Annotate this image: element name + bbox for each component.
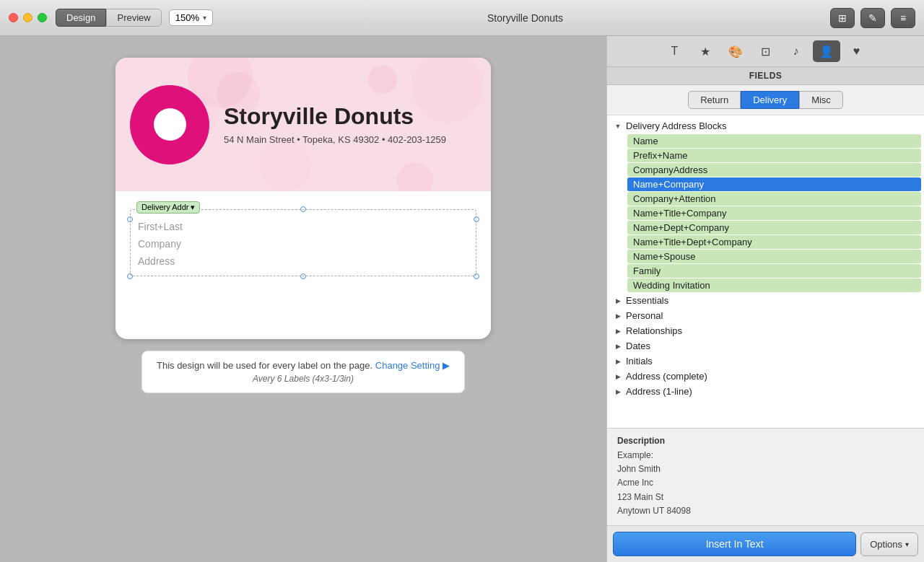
list-item[interactable]: Name+Spouse — [627, 250, 921, 263]
list-item[interactable]: CompanyAddress — [627, 163, 921, 177]
delivery-tab[interactable]: Delivery — [741, 91, 799, 109]
star-tool-button[interactable]: ★ — [692, 40, 719, 62]
canvas-info: This design will be used for every label… — [141, 351, 465, 393]
return-tab[interactable]: Return — [688, 91, 741, 109]
layers-icon-button[interactable]: ≡ — [891, 8, 915, 28]
right-panel: T ★ 🎨 ⊡ ♪ 👤 ♥ FIELDS Return — [606, 36, 924, 562]
label-header: Storyville Donuts 54 N Main Street • Top… — [116, 58, 491, 191]
person-tool-button[interactable]: 👤 — [813, 40, 840, 62]
text-tool-icon: T — [671, 45, 679, 58]
section-label: Address (complete) — [626, 371, 707, 382]
music-tool-button[interactable]: ♪ — [783, 40, 810, 62]
view-mode-buttons: Design Preview — [56, 9, 162, 27]
personal-section: ▶ Personal — [607, 308, 924, 323]
music-tool-icon: ♪ — [793, 45, 799, 58]
section-expand-arrow: ▶ — [613, 387, 623, 397]
layers-icon: ≡ — [900, 12, 906, 24]
list-item[interactable]: Wedding Invitation — [627, 278, 921, 292]
delivery-address-blocks-section: ▼ Delivery Address Blocks Name Prefix+Na… — [607, 118, 924, 292]
label-size-text: Avery 6 Labels (4x3-1/3in) — [157, 374, 450, 384]
zoom-chevron-icon: ▾ — [203, 14, 206, 22]
delivery-address-blocks-header[interactable]: ▼ Delivery Address Blocks — [607, 118, 924, 133]
relationships-section-header[interactable]: ▶ Relationships — [607, 323, 924, 338]
section-expand-arrow: ▼ — [613, 121, 623, 131]
fields-header: FIELDS — [607, 67, 924, 85]
address-complete-section-header[interactable]: ▶ Address (complete) — [607, 369, 924, 384]
list-item[interactable]: Name+Dept+Company — [627, 221, 921, 234]
label-card: Storyville Donuts 54 N Main Street • Top… — [116, 58, 491, 339]
address-1line-section: ▶ Address (1-line) — [607, 384, 924, 399]
insert-in-text-button[interactable]: Insert In Text — [613, 532, 856, 556]
canvas-area: Storyville Donuts 54 N Main Street • Top… — [0, 36, 606, 562]
section-label: Address (1-line) — [626, 386, 692, 397]
address-complete-section: ▶ Address (complete) — [607, 369, 924, 384]
dates-section-header[interactable]: ▶ Dates — [607, 338, 924, 354]
right-toolbar: T ★ 🎨 ⊡ ♪ 👤 ♥ — [607, 36, 924, 67]
essentials-section-header[interactable]: ▶ Essentials — [607, 293, 924, 308]
section-label: Delivery Address Blocks — [626, 120, 726, 131]
action-bar: Insert In Text Options ▾ — [607, 525, 924, 562]
section-expand-arrow: ▶ — [613, 341, 623, 351]
canvas-info-box: This design will be used for every label… — [141, 351, 465, 393]
description-text: Example: John Smith Acme Inc 123 Main St… — [617, 449, 914, 518]
initials-section-header[interactable]: ▶ Initials — [607, 354, 924, 369]
initials-section: ▶ Initials — [607, 354, 924, 369]
section-label: Initials — [626, 356, 653, 366]
dates-section: ▶ Dates — [607, 338, 924, 354]
relationships-section: ▶ Relationships — [607, 323, 924, 338]
palette-tool-icon: 🎨 — [728, 45, 743, 58]
maximize-button[interactable] — [38, 13, 47, 22]
traffic-lights — [9, 13, 47, 22]
section-label: Dates — [626, 341, 650, 351]
description-label: Description — [617, 436, 914, 446]
list-item[interactable]: Name+Company — [627, 177, 921, 191]
delivery-tag: Delivery Addr ▾ — [136, 201, 200, 214]
section-expand-arrow: ▶ — [613, 326, 623, 336]
heart-tool-icon: ♥ — [853, 45, 860, 58]
heart-tool-button[interactable]: ♥ — [843, 40, 871, 62]
list-item[interactable]: Prefix+Name — [627, 149, 921, 162]
canvas-info-text: This design will be used for every label… — [157, 360, 372, 371]
design-button[interactable]: Design — [56, 9, 106, 27]
titlebar: Design Preview 150% ▾ Storyville Donuts … — [0, 0, 924, 36]
list-item[interactable]: Name — [627, 134, 921, 148]
misc-tab[interactable]: Misc — [799, 91, 843, 109]
camera-tool-button[interactable]: ⊡ — [752, 40, 780, 62]
list-item[interactable]: Name+Title+Company — [627, 206, 921, 220]
text-tool-button[interactable]: T — [661, 40, 689, 62]
change-setting-link[interactable]: Change Setting ▶ — [375, 360, 450, 371]
main-content: Storyville Donuts 54 N Main Street • Top… — [0, 36, 924, 562]
minimize-button[interactable] — [23, 13, 32, 22]
options-button[interactable]: Options ▾ — [860, 532, 918, 556]
delivery-field[interactable]: Delivery Addr ▾ First+Last Company Addre… — [130, 209, 476, 276]
brand-logo — [130, 85, 209, 164]
section-label: Relationships — [626, 325, 682, 336]
list-item[interactable]: Family — [627, 264, 921, 278]
essentials-section: ▶ Essentials — [607, 293, 924, 308]
address-1line-section-header[interactable]: ▶ Address (1-line) — [607, 384, 924, 399]
camera-tool-icon: ⊡ — [761, 45, 770, 58]
section-expand-arrow: ▶ — [613, 296, 623, 306]
label-body: Delivery Addr ▾ First+Last Company Addre… — [116, 191, 491, 287]
zoom-value: 150% — [175, 12, 199, 23]
personal-section-header[interactable]: ▶ Personal — [607, 308, 924, 323]
list-item[interactable]: Name+Title+Dept+Company — [627, 235, 921, 249]
grid-icon: ⊞ — [838, 12, 847, 24]
grid-icon-button[interactable]: ⊞ — [830, 8, 855, 28]
zoom-control[interactable]: 150% ▾ — [169, 9, 213, 26]
options-label: Options — [870, 539, 902, 550]
window-title: Storyville Donuts — [220, 12, 830, 24]
person-tool-icon: 👤 — [819, 45, 834, 58]
toolbar-right: ⊞ ✎ ≡ — [830, 8, 915, 28]
section-expand-arrow: ▶ — [613, 356, 623, 366]
preview-button[interactable]: Preview — [106, 9, 161, 27]
edit-icon-button[interactable]: ✎ — [860, 8, 885, 28]
section-label: Essentials — [626, 295, 668, 306]
description-section: Description Example: John Smith Acme Inc… — [607, 428, 924, 525]
list-item[interactable]: Company+Attention — [627, 192, 921, 206]
palette-tool-button[interactable]: 🎨 — [722, 40, 749, 62]
close-button[interactable] — [9, 13, 18, 22]
options-chevron-icon: ▾ — [905, 540, 909, 548]
fields-tabs: Return Delivery Misc — [607, 85, 924, 115]
section-expand-arrow: ▶ — [613, 372, 623, 382]
